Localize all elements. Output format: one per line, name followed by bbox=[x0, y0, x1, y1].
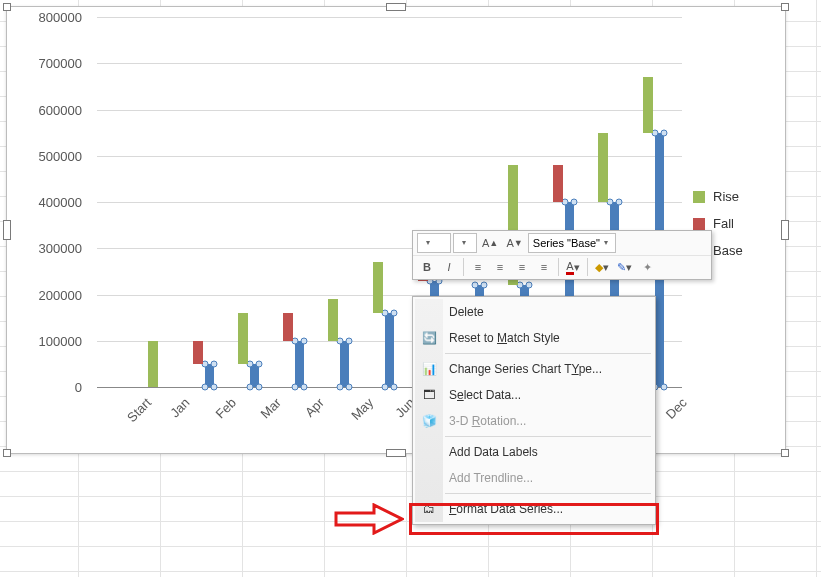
menu-label: Delete bbox=[449, 305, 484, 319]
resize-handle[interactable] bbox=[386, 3, 406, 11]
y-tick-label: 700000 bbox=[12, 56, 82, 71]
series-name-value: Series "Base" bbox=[533, 237, 600, 249]
series-name-combo[interactable]: Series "Base"▾ bbox=[528, 233, 616, 253]
bar-base[interactable] bbox=[295, 341, 305, 387]
font-bigger-button[interactable]: A▲ bbox=[479, 233, 501, 253]
y-tick-label: 400000 bbox=[12, 195, 82, 210]
selection-dot bbox=[471, 282, 478, 289]
selection-dot bbox=[616, 199, 623, 206]
y-axis: 0100000200000300000400000500000600000700… bbox=[7, 17, 92, 387]
legend-swatch bbox=[693, 218, 705, 230]
legend-label: Rise bbox=[713, 189, 739, 204]
y-tick-label: 300000 bbox=[12, 241, 82, 256]
chart-type-icon: 📊 bbox=[421, 361, 437, 377]
y-tick-label: 800000 bbox=[12, 10, 82, 25]
shape-outline-button[interactable]: ✎▾ bbox=[614, 257, 635, 277]
x-tick-label: Jan bbox=[167, 395, 192, 420]
legend-label: Base bbox=[713, 243, 743, 258]
resize-handle[interactable] bbox=[781, 3, 789, 11]
align-justify-button[interactable]: ≡ bbox=[534, 257, 554, 277]
y-tick-label: 500000 bbox=[12, 148, 82, 163]
x-tick-label: Feb bbox=[212, 395, 238, 421]
bar-rise[interactable] bbox=[598, 133, 608, 202]
size-combo[interactable]: ▾ bbox=[453, 233, 477, 253]
bar-fall[interactable] bbox=[193, 341, 203, 364]
selection-dot bbox=[571, 199, 578, 206]
rotation-icon: 🧊 bbox=[421, 413, 437, 429]
select-data-icon: 🗔 bbox=[421, 387, 437, 403]
font-combo[interactable]: ▾ bbox=[417, 233, 451, 253]
resize-handle[interactable] bbox=[3, 3, 11, 11]
y-tick-label: 0 bbox=[12, 380, 82, 395]
resize-handle[interactable] bbox=[781, 220, 789, 240]
bar-base[interactable] bbox=[385, 313, 395, 387]
align-right-button[interactable]: ≡ bbox=[512, 257, 532, 277]
menu-label: Add Trendline... bbox=[449, 471, 533, 485]
ctx-add-trendline: Add Trendline... bbox=[415, 465, 653, 491]
bar-rise[interactable] bbox=[328, 299, 338, 341]
ctx-add-data-labels[interactable]: Add Data Labels bbox=[415, 439, 653, 465]
ctx-reset-style[interactable]: 🔄 Reset to Match Style bbox=[415, 325, 653, 351]
font-smaller-button[interactable]: A▼ bbox=[503, 233, 525, 253]
menu-label: Select Data... bbox=[449, 388, 521, 402]
y-tick-label: 600000 bbox=[12, 102, 82, 117]
ctx-delete[interactable]: Delete bbox=[415, 299, 653, 325]
separator bbox=[558, 258, 559, 276]
bar-rise[interactable] bbox=[238, 313, 248, 364]
resize-handle[interactable] bbox=[781, 449, 789, 457]
x-tick-label: May bbox=[348, 395, 376, 423]
selection-dot bbox=[526, 282, 533, 289]
x-tick-label: Dec bbox=[662, 395, 689, 422]
y-tick-label: 100000 bbox=[12, 333, 82, 348]
selection-dot bbox=[256, 360, 263, 367]
bar-fall[interactable] bbox=[283, 313, 293, 341]
bar-rise[interactable] bbox=[643, 77, 653, 133]
legend-item-fall[interactable]: Fall bbox=[693, 216, 773, 231]
shape-fill-button[interactable]: ◆▾ bbox=[592, 257, 612, 277]
align-left-button[interactable]: ≡ bbox=[468, 257, 488, 277]
ctx-3d-rotation: 🧊 3-D Rotation... bbox=[415, 408, 653, 434]
x-tick-label: Mar bbox=[257, 395, 283, 421]
bar-fall[interactable] bbox=[553, 165, 563, 202]
font-color-button[interactable]: A▾ bbox=[563, 257, 583, 277]
menu-label: Reset to Match Style bbox=[449, 331, 560, 345]
bar-base[interactable] bbox=[340, 341, 350, 387]
x-tick-label: Apr bbox=[301, 395, 326, 420]
resize-handle[interactable] bbox=[386, 449, 406, 457]
bar-rise[interactable] bbox=[373, 262, 383, 313]
x-tick-label: Start bbox=[124, 395, 154, 425]
ctx-change-chart-type[interactable]: 📊 Change Series Chart TYpe... bbox=[415, 356, 653, 382]
gridline bbox=[97, 202, 682, 203]
separator bbox=[445, 353, 651, 354]
selection-dot bbox=[346, 337, 353, 344]
shape-effects-button[interactable]: ✦ bbox=[637, 257, 657, 277]
mini-toolbar[interactable]: ▾ ▾ A▲ A▼ Series "Base"▾ B I ≡ ≡ ≡ ≡ A▾ … bbox=[412, 230, 712, 280]
selection-dot bbox=[301, 337, 308, 344]
resize-handle[interactable] bbox=[3, 449, 11, 457]
context-menu[interactable]: Delete 🔄 Reset to Match Style 📊 Change S… bbox=[412, 296, 656, 525]
menu-label: Format Data Series... bbox=[449, 502, 563, 516]
selection-dot bbox=[391, 310, 398, 317]
selection-dot bbox=[661, 129, 668, 136]
selection-dot bbox=[211, 360, 218, 367]
gridline bbox=[97, 17, 682, 18]
reset-icon: 🔄 bbox=[421, 330, 437, 346]
menu-label: Add Data Labels bbox=[449, 445, 538, 459]
gridline bbox=[97, 63, 682, 64]
separator bbox=[463, 258, 464, 276]
legend-label: Fall bbox=[713, 216, 734, 231]
legend-swatch bbox=[693, 191, 705, 203]
menu-label: Change Series Chart TYpe... bbox=[449, 362, 602, 376]
bold-button[interactable]: B bbox=[417, 257, 437, 277]
gridline bbox=[97, 156, 682, 157]
separator bbox=[587, 258, 588, 276]
legend-item-rise[interactable]: Rise bbox=[693, 189, 773, 204]
separator bbox=[445, 493, 651, 494]
y-tick-label: 200000 bbox=[12, 287, 82, 302]
separator bbox=[445, 436, 651, 437]
align-center-button[interactable]: ≡ bbox=[490, 257, 510, 277]
italic-button[interactable]: I bbox=[439, 257, 459, 277]
ctx-select-data[interactable]: 🗔 Select Data... bbox=[415, 382, 653, 408]
ctx-format-data-series[interactable]: 🗂 Format Data Series... bbox=[415, 496, 653, 522]
bar-rise[interactable] bbox=[148, 341, 158, 387]
